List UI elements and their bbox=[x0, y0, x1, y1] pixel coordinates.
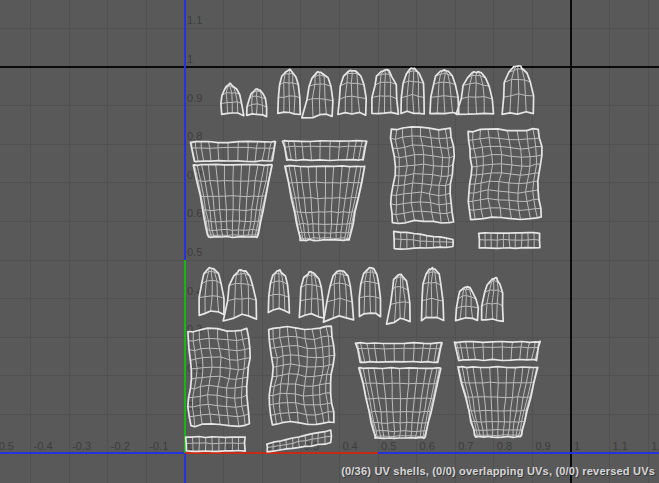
uv-editor-viewport: -0.5-0.4-0.3-0.2-0.100.10.20.30.40.50.60… bbox=[0, 0, 659, 483]
u-axis-tick-label: -0.4 bbox=[34, 440, 53, 452]
v-axis-tick-label: 1.1 bbox=[187, 14, 202, 26]
v-axis-tick-label: 0.6 bbox=[187, 207, 202, 219]
v-axis-tick-label: 1 bbox=[187, 53, 193, 65]
v-axis-tick-label: 0.9 bbox=[187, 92, 202, 104]
u-axis-tick-label: 0.5 bbox=[381, 440, 396, 452]
uv-canvas[interactable]: -0.5-0.4-0.3-0.2-0.100.10.20.30.40.50.60… bbox=[0, 0, 659, 483]
u-axis-tick-label: 1.1 bbox=[613, 440, 628, 452]
u-axis-tick-label: -0.5 bbox=[0, 440, 14, 452]
u-axis-tick-label: -0.1 bbox=[149, 440, 168, 452]
u-axis-tick-label: -0.2 bbox=[111, 440, 130, 452]
v-axis-tick-label: 0.8 bbox=[187, 130, 202, 142]
u-axis-tick-label: 1 bbox=[574, 440, 580, 452]
v-axis-tick-label: 0.5 bbox=[187, 246, 202, 258]
u-axis-tick-label: 0.4 bbox=[342, 440, 357, 452]
u-axis-tick-label: 0.8 bbox=[497, 440, 512, 452]
u-axis-tick-label: 0.9 bbox=[535, 440, 550, 452]
u-axis-tick-label: -0.3 bbox=[72, 440, 91, 452]
u-axis-tick-label: 0.6 bbox=[420, 440, 435, 452]
u-axis-tick-label: 1.2 bbox=[651, 440, 659, 452]
editor-background bbox=[0, 0, 659, 483]
u-axis-tick-label: 0.7 bbox=[458, 440, 473, 452]
